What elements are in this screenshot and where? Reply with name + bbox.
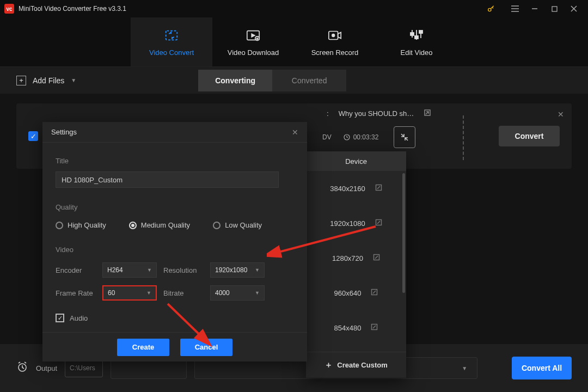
edit-icon[interactable]	[371, 289, 378, 297]
svg-point-12	[332, 34, 335, 36]
remove-file-icon[interactable]: ✕	[558, 110, 564, 119]
edit-icon	[409, 28, 424, 43]
resolution-item[interactable]: 1280x720	[306, 241, 406, 275]
tab-label: Video Convert	[149, 48, 194, 57]
file-ext: DV	[322, 133, 332, 141]
resolution-item[interactable]: 3840x2160	[306, 171, 406, 206]
tab-label: Screen Record	[311, 48, 359, 57]
device-tab[interactable]: Device	[306, 151, 406, 171]
resolution-item[interactable]: 1920x1080	[306, 206, 406, 241]
seg-converting[interactable]: Converting	[198, 70, 272, 91]
resolution-select[interactable]: 1920x1080▼	[210, 262, 265, 278]
dialog-title: Settings	[51, 128, 77, 136]
title-label: Title	[56, 157, 294, 165]
tab-label: Edit Video	[400, 48, 432, 57]
chevron-down-icon: ▼	[462, 365, 467, 371]
svg-rect-15	[419, 30, 422, 33]
svg-point-0	[488, 8, 491, 11]
compress-button[interactable]	[394, 126, 415, 148]
audio-label: Audio	[70, 314, 88, 322]
dashed-divider	[456, 115, 464, 160]
file-checkbox[interactable]: ✓	[28, 131, 38, 141]
svg-rect-5	[552, 7, 557, 11]
chevron-down-icon: ▼	[147, 267, 152, 273]
add-files-label: Add Files	[33, 76, 64, 85]
create-custom-button[interactable]: ＋ Create Custom	[306, 352, 406, 378]
tab-video-convert[interactable]: Video Convert	[131, 17, 212, 66]
minimize-button[interactable]	[525, 0, 544, 17]
tab-edit-video[interactable]: Edit Video	[376, 17, 457, 66]
edit-icon[interactable]	[375, 219, 382, 228]
download-icon	[246, 28, 261, 43]
file-title-prefix: :	[327, 109, 329, 118]
edit-icon[interactable]	[371, 323, 378, 332]
edit-icon[interactable]	[373, 254, 380, 262]
resolution-label: Resolution	[163, 266, 204, 274]
chevron-down-icon: ▼	[255, 290, 260, 296]
cancel-button[interactable]: Cancel	[180, 339, 232, 356]
tab-screen-record[interactable]: Screen Record	[294, 17, 376, 66]
resolution-item[interactable]: 854x480	[306, 310, 406, 345]
svg-line-7	[571, 6, 577, 11]
chevron-down-icon: ▼	[255, 267, 260, 273]
resolution-item[interactable]: 960x640	[306, 275, 406, 310]
create-button[interactable]: Create	[117, 339, 169, 356]
app-logo-icon: vc	[4, 4, 14, 14]
convert-all-button[interactable]: Convert All	[512, 357, 572, 379]
tab-label: Video Download	[228, 48, 279, 57]
resolution-list: 3840x2160 1920x1080 1280x720 960x640 854…	[306, 171, 406, 352]
convert-icon	[164, 28, 179, 43]
plus-icon: ＋	[324, 360, 333, 370]
scrollbar[interactable]	[402, 173, 405, 293]
alarm-icon[interactable]	[16, 361, 28, 375]
radio-medium-quality[interactable]: Medium Quality	[129, 221, 190, 229]
quality-label: Quality	[56, 203, 294, 211]
encoder-label: Encoder	[56, 266, 96, 274]
video-label: Video	[56, 246, 294, 254]
clock-icon	[344, 134, 350, 140]
output-label: Output	[36, 364, 57, 372]
bitrate-label: Bitrate	[163, 289, 204, 297]
titlebar: vc MiniTool Video Converter Free v3.3.1	[0, 0, 588, 17]
title-input[interactable]: HD 1080P_Custom	[56, 171, 279, 188]
add-files-button[interactable]: + Add Files ▼	[16, 76, 76, 85]
maximize-button[interactable]	[544, 0, 564, 17]
radio-low-quality[interactable]: Low Quality	[213, 221, 262, 229]
record-icon	[327, 28, 342, 43]
dialog-close-icon[interactable]: ✕	[292, 128, 298, 137]
file-title: Why you SHOULD sh…	[339, 109, 414, 118]
key-icon[interactable]	[481, 0, 501, 17]
toolbar: + Add Files ▼ Converting Converted	[0, 66, 588, 94]
segmented-control: Converting Converted	[198, 70, 346, 91]
svg-rect-14	[415, 36, 418, 39]
main-nav: Video Convert Video Download Screen Reco…	[0, 17, 588, 66]
convert-button[interactable]: Convert	[499, 126, 560, 146]
file-duration: 00:03:32	[344, 133, 379, 141]
edit-icon[interactable]	[375, 184, 382, 193]
open-external-icon[interactable]	[424, 109, 431, 118]
radio-high-quality[interactable]: High Quality	[56, 221, 106, 229]
settings-dialog: Settings ✕ Title HD 1080P_Custom Quality…	[42, 122, 307, 362]
encoder-select[interactable]: H264▼	[102, 262, 157, 278]
bitrate-select[interactable]: 4000▼	[210, 285, 265, 301]
audio-checkbox[interactable]: ✓	[56, 314, 64, 322]
plus-icon: +	[16, 76, 26, 85]
output-path[interactable]: C:\Users	[65, 359, 103, 377]
app-title: MiniTool Video Converter Free v3.3.1	[19, 5, 126, 13]
menu-icon[interactable]	[505, 0, 525, 17]
chevron-down-icon: ▼	[146, 290, 151, 296]
framerate-select[interactable]: 60▼	[102, 285, 157, 301]
tab-video-download[interactable]: Video Download	[212, 17, 294, 66]
framerate-label: Frame Rate	[56, 289, 96, 297]
svg-line-6	[571, 6, 577, 11]
resolution-panel: Device 3840x2160 1920x1080 1280x720 960x…	[306, 151, 406, 378]
close-button[interactable]	[564, 0, 584, 17]
chevron-down-icon: ▼	[71, 77, 76, 83]
seg-converted[interactable]: Converted	[272, 70, 346, 91]
svg-rect-13	[411, 33, 414, 35]
